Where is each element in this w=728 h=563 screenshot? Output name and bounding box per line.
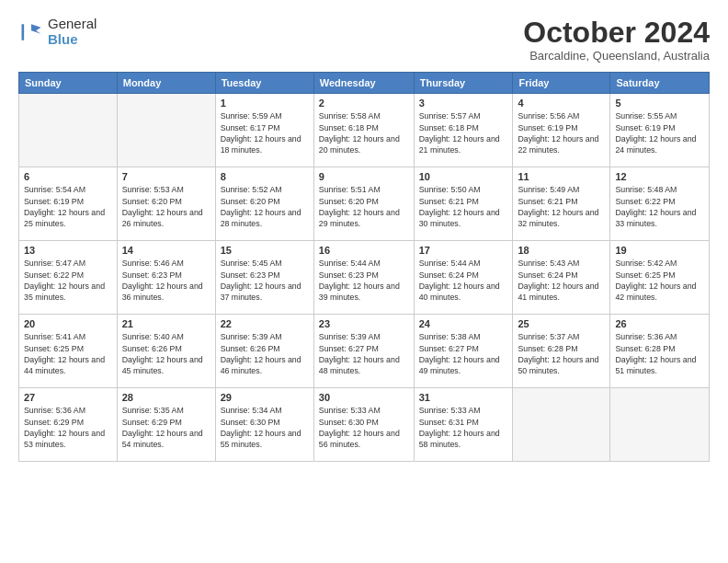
day-number: 20 — [24, 318, 112, 329]
day-number: 8 — [221, 171, 309, 182]
day-info: Sunrise: 5:39 AMSunset: 6:26 PMDaylight:… — [221, 331, 309, 376]
calendar-table: Sunday Monday Tuesday Wednesday Thursday… — [18, 72, 710, 462]
logo-text: General Blue — [48, 17, 97, 47]
day-number: 11 — [518, 171, 605, 182]
week-row-4: 27Sunrise: 5:36 AMSunset: 6:29 PMDayligh… — [19, 388, 710, 462]
header-tuesday: Tuesday — [215, 73, 313, 94]
day-headers-row: Sunday Monday Tuesday Wednesday Thursday… — [19, 73, 710, 94]
week-row-3: 20Sunrise: 5:41 AMSunset: 6:25 PMDayligh… — [19, 315, 710, 388]
day-info: Sunrise: 5:55 AMSunset: 6:19 PMDaylight:… — [615, 110, 704, 155]
day-info: Sunrise: 5:50 AMSunset: 6:21 PMDaylight:… — [419, 184, 508, 229]
day-cell: 21Sunrise: 5:40 AMSunset: 6:26 PMDayligh… — [117, 315, 215, 388]
day-number: 12 — [615, 171, 704, 182]
day-info: Sunrise: 5:44 AMSunset: 6:23 PMDaylight:… — [319, 258, 409, 303]
header-monday: Monday — [117, 73, 215, 94]
day-cell: 6Sunrise: 5:54 AMSunset: 6:19 PMDaylight… — [19, 167, 118, 241]
logo-blue: Blue — [48, 32, 97, 48]
day-cell — [513, 388, 610, 462]
logo-general: General — [48, 17, 97, 32]
day-number: 22 — [221, 318, 309, 329]
day-number: 17 — [419, 245, 508, 256]
day-info: Sunrise: 5:57 AMSunset: 6:18 PMDaylight:… — [419, 110, 508, 155]
header-friday: Friday — [513, 73, 610, 94]
day-cell: 9Sunrise: 5:51 AMSunset: 6:20 PMDaylight… — [313, 167, 414, 241]
month-title: October 2024 — [523, 17, 710, 49]
day-cell: 16Sunrise: 5:44 AMSunset: 6:23 PMDayligh… — [313, 241, 414, 315]
day-cell: 12Sunrise: 5:48 AMSunset: 6:22 PMDayligh… — [610, 167, 710, 241]
day-cell: 24Sunrise: 5:38 AMSunset: 6:27 PMDayligh… — [414, 315, 513, 388]
day-cell: 17Sunrise: 5:44 AMSunset: 6:24 PMDayligh… — [414, 241, 513, 315]
day-number: 7 — [122, 171, 210, 182]
week-row-1: 6Sunrise: 5:54 AMSunset: 6:19 PMDaylight… — [19, 167, 710, 241]
svg-rect-1 — [22, 24, 25, 40]
day-cell — [117, 94, 215, 167]
day-info: Sunrise: 5:36 AMSunset: 6:29 PMDaylight:… — [24, 405, 112, 450]
day-cell: 18Sunrise: 5:43 AMSunset: 6:24 PMDayligh… — [513, 241, 610, 315]
header: General Blue October 2024 Barcaldine, Qu… — [18, 17, 710, 63]
day-info: Sunrise: 5:33 AMSunset: 6:30 PMDaylight:… — [319, 405, 409, 450]
day-number: 9 — [319, 171, 409, 182]
day-info: Sunrise: 5:35 AMSunset: 6:29 PMDaylight:… — [122, 405, 210, 450]
day-info: Sunrise: 5:52 AMSunset: 6:20 PMDaylight:… — [221, 184, 309, 229]
header-saturday: Saturday — [610, 73, 710, 94]
day-cell: 29Sunrise: 5:34 AMSunset: 6:30 PMDayligh… — [215, 388, 313, 462]
day-cell: 5Sunrise: 5:55 AMSunset: 6:19 PMDaylight… — [610, 94, 710, 167]
day-cell — [610, 388, 710, 462]
day-number: 3 — [419, 98, 508, 109]
day-number: 2 — [319, 98, 409, 109]
day-number: 24 — [419, 318, 508, 329]
day-cell: 31Sunrise: 5:33 AMSunset: 6:31 PMDayligh… — [414, 388, 513, 462]
day-number: 5 — [615, 98, 704, 109]
calendar-page: General Blue October 2024 Barcaldine, Qu… — [0, 0, 728, 563]
day-cell: 1Sunrise: 5:59 AMSunset: 6:17 PMDaylight… — [215, 94, 313, 167]
day-cell: 4Sunrise: 5:56 AMSunset: 6:19 PMDaylight… — [513, 94, 610, 167]
day-cell: 30Sunrise: 5:33 AMSunset: 6:30 PMDayligh… — [313, 388, 414, 462]
day-cell: 20Sunrise: 5:41 AMSunset: 6:25 PMDayligh… — [19, 315, 118, 388]
day-number: 19 — [615, 245, 704, 256]
day-info: Sunrise: 5:41 AMSunset: 6:25 PMDaylight:… — [24, 331, 112, 376]
day-number: 1 — [221, 98, 309, 109]
day-number: 21 — [122, 318, 210, 329]
day-cell: 2Sunrise: 5:58 AMSunset: 6:18 PMDaylight… — [313, 94, 414, 167]
day-info: Sunrise: 5:42 AMSunset: 6:25 PMDaylight:… — [615, 258, 704, 303]
day-number: 27 — [24, 392, 112, 403]
day-cell: 10Sunrise: 5:50 AMSunset: 6:21 PMDayligh… — [414, 167, 513, 241]
day-info: Sunrise: 5:38 AMSunset: 6:27 PMDaylight:… — [419, 331, 508, 376]
day-number: 31 — [419, 392, 508, 403]
day-number: 25 — [518, 318, 605, 329]
day-info: Sunrise: 5:43 AMSunset: 6:24 PMDaylight:… — [518, 258, 605, 303]
day-info: Sunrise: 5:49 AMSunset: 6:21 PMDaylight:… — [518, 184, 605, 229]
logo: General Blue — [18, 17, 97, 47]
week-row-2: 13Sunrise: 5:47 AMSunset: 6:22 PMDayligh… — [19, 241, 710, 315]
header-thursday: Thursday — [414, 73, 513, 94]
day-cell: 3Sunrise: 5:57 AMSunset: 6:18 PMDaylight… — [414, 94, 513, 167]
day-number: 26 — [615, 318, 704, 329]
day-cell: 11Sunrise: 5:49 AMSunset: 6:21 PMDayligh… — [513, 167, 610, 241]
day-number: 6 — [24, 171, 112, 182]
day-info: Sunrise: 5:45 AMSunset: 6:23 PMDaylight:… — [221, 258, 309, 303]
day-info: Sunrise: 5:39 AMSunset: 6:27 PMDaylight:… — [319, 331, 409, 376]
day-number: 10 — [419, 171, 508, 182]
day-info: Sunrise: 5:51 AMSunset: 6:20 PMDaylight:… — [319, 184, 409, 229]
day-info: Sunrise: 5:48 AMSunset: 6:22 PMDaylight:… — [615, 184, 704, 229]
day-cell: 25Sunrise: 5:37 AMSunset: 6:28 PMDayligh… — [513, 315, 610, 388]
day-info: Sunrise: 5:59 AMSunset: 6:17 PMDaylight:… — [221, 110, 309, 155]
day-cell: 7Sunrise: 5:53 AMSunset: 6:20 PMDaylight… — [117, 167, 215, 241]
logo-icon — [18, 19, 44, 45]
day-cell: 14Sunrise: 5:46 AMSunset: 6:23 PMDayligh… — [117, 241, 215, 315]
day-number: 15 — [221, 245, 309, 256]
day-cell: 28Sunrise: 5:35 AMSunset: 6:29 PMDayligh… — [117, 388, 215, 462]
day-info: Sunrise: 5:34 AMSunset: 6:30 PMDaylight:… — [221, 405, 309, 450]
day-cell: 15Sunrise: 5:45 AMSunset: 6:23 PMDayligh… — [215, 241, 313, 315]
day-info: Sunrise: 5:53 AMSunset: 6:20 PMDaylight:… — [122, 184, 210, 229]
day-cell: 26Sunrise: 5:36 AMSunset: 6:28 PMDayligh… — [610, 315, 710, 388]
day-number: 28 — [122, 392, 210, 403]
day-cell: 8Sunrise: 5:52 AMSunset: 6:20 PMDaylight… — [215, 167, 313, 241]
day-number: 18 — [518, 245, 605, 256]
header-sunday: Sunday — [19, 73, 118, 94]
day-number: 30 — [319, 392, 409, 403]
day-info: Sunrise: 5:37 AMSunset: 6:28 PMDaylight:… — [518, 331, 605, 376]
day-cell: 19Sunrise: 5:42 AMSunset: 6:25 PMDayligh… — [610, 241, 710, 315]
day-number: 4 — [518, 98, 605, 109]
day-info: Sunrise: 5:44 AMSunset: 6:24 PMDaylight:… — [419, 258, 508, 303]
